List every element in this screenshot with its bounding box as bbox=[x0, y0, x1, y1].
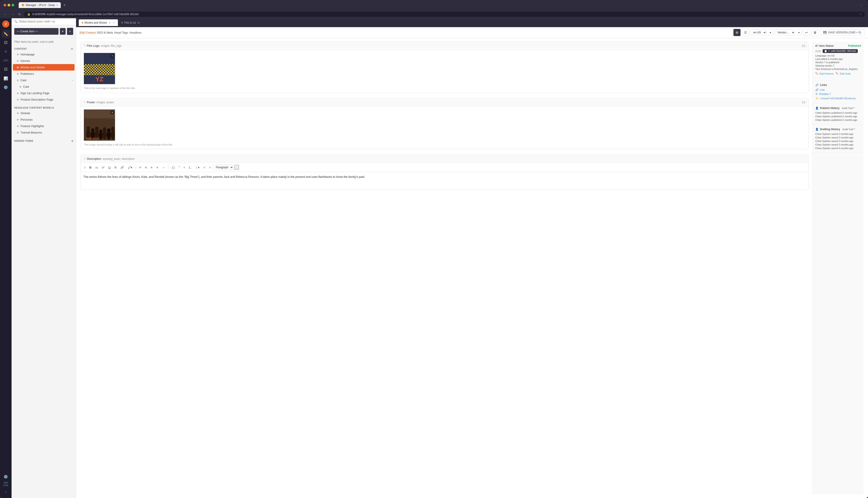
wysiwyg-align-left-button[interactable]: ≡ bbox=[138, 165, 143, 170]
live-link[interactable]: 🔗 Live bbox=[815, 88, 861, 91]
hidden-items-collapse-icon[interactable]: ◀ bbox=[71, 139, 73, 142]
nav-item-product[interactable]: Product Description Page bbox=[12, 96, 76, 103]
nav-item-signup[interactable]: Sign Up Landing Page bbox=[12, 90, 76, 96]
icon-code-button[interactable]: </> bbox=[2, 56, 10, 65]
wysiwyg-format-select[interactable]: Paragraph Heading 1 Heading 2 bbox=[213, 165, 233, 170]
wysiwyg-bold-button[interactable]: B bbox=[88, 165, 93, 170]
edit-schema-link[interactable]: ✏️ Edit Schema bbox=[815, 72, 833, 75]
wysiwyg-color-button[interactable]: 🖊▾ bbox=[126, 165, 134, 170]
nav-filter-input[interactable] bbox=[14, 40, 73, 43]
wysiwyg-content[interactable]: The series follows the lives of siblings… bbox=[81, 172, 809, 190]
nav-filter[interactable] bbox=[12, 38, 76, 45]
maximize-window-button[interactable] bbox=[12, 4, 14, 6]
wysiwyg-horizontal-rule-button[interactable]: ↔ bbox=[161, 165, 166, 170]
nav-item-homepage[interactable]: Homepage bbox=[12, 51, 76, 58]
wysiwyg-bullet-list-button[interactable]: • bbox=[182, 165, 186, 170]
wysiwyg-underline-button[interactable]: U bbox=[107, 165, 112, 170]
create-item-button[interactable]: — Create Item — bbox=[14, 28, 58, 35]
content-section-icon[interactable]: ⊞ bbox=[71, 47, 73, 50]
tab-close-button[interactable]: ✕ bbox=[113, 22, 115, 24]
browser-back-button[interactable]: ← bbox=[3, 12, 8, 17]
language-dropdown-button[interactable]: ▾ bbox=[768, 30, 773, 36]
nav-item-cast-child[interactable]: Cast bbox=[12, 83, 76, 90]
tab-page-icon: 🧡 bbox=[21, 4, 25, 7]
icon-edit-button[interactable]: ✏️ bbox=[2, 30, 10, 38]
browser-tab-active[interactable]: 🧡 Manager - ZFLIX - Zesty ✕ bbox=[19, 2, 61, 8]
nav-item-movies-and-shows[interactable]: Movies and Shows bbox=[13, 64, 75, 70]
wysiwyg-italic-button[interactable]: I bbox=[83, 165, 87, 170]
language-select[interactable]: en-US bbox=[750, 29, 766, 36]
head-tags-tab[interactable]: Head Tags bbox=[114, 31, 128, 34]
headless-tab[interactable]: Headless bbox=[130, 31, 142, 34]
address-bar[interactable]: 🔒 8-82f8f3fff6-4zq0d0.manager.zesty.io/c… bbox=[24, 12, 865, 17]
version-dropdown-button[interactable]: ▾ bbox=[796, 30, 802, 36]
wysiwyg-code-button[interactable]: { } bbox=[170, 165, 176, 170]
desc-help-icon[interactable]: ? bbox=[84, 157, 85, 160]
icon-media-button[interactable]: 🖼 bbox=[2, 39, 10, 47]
toolbar-history-button[interactable]: ↩ bbox=[803, 29, 810, 36]
icon-settings-button[interactable]: ⚙️ bbox=[2, 83, 10, 91]
view-list-button[interactable]: ☰ bbox=[742, 29, 749, 36]
field-help-icon[interactable]: ? bbox=[84, 44, 85, 48]
global-search-bar[interactable]: 🔍 bbox=[12, 18, 76, 25]
create-item-dropdown-button[interactable]: ▾ bbox=[60, 28, 66, 35]
icon-expand-button[interactable]: › bbox=[2, 488, 10, 496]
nav-item-feature-highlights[interactable]: Feature Highlights bbox=[12, 123, 76, 129]
new-tab-button[interactable]: + bbox=[62, 3, 68, 8]
cast-expand-icon[interactable]: ▾ bbox=[72, 79, 73, 81]
create-item-add-button[interactable]: + bbox=[67, 28, 73, 35]
film-logo-image[interactable]: YZ bbox=[84, 53, 115, 84]
film-logo-remove-button[interactable]: ✕ bbox=[110, 54, 114, 58]
wysiwyg-blockquote-button[interactable]: " bbox=[177, 165, 181, 170]
icon-content-button[interactable]: ≡ bbox=[2, 48, 10, 56]
save-version-button[interactable]: 💾 SAVE VERSION (CMD + S) bbox=[820, 29, 865, 36]
json-link[interactable]: ⚡ /-/instant/7-e0b7dbd385-902xbh.json bbox=[815, 97, 861, 100]
browser-tab-close[interactable]: ✕ bbox=[56, 4, 58, 6]
close-window-button[interactable] bbox=[3, 4, 6, 6]
wysiwyg-align-right-button[interactable]: ≡ bbox=[149, 165, 154, 170]
wysiwyg-ordered-list-button[interactable]: 1. bbox=[187, 165, 192, 170]
nav-item-personas[interactable]: Personas bbox=[12, 116, 76, 123]
view-grid-button[interactable]: ⊞ bbox=[733, 29, 740, 36]
global-search-input[interactable] bbox=[19, 20, 73, 23]
minimize-window-button[interactable] bbox=[8, 4, 10, 6]
wysiwyg-strike-button[interactable]: S bbox=[113, 165, 118, 170]
icon-analytics-button[interactable]: 📊 bbox=[2, 74, 10, 82]
nav-item-cast-parent[interactable]: Cast ▾ bbox=[12, 77, 76, 83]
poster-help-icon[interactable]: ? bbox=[84, 101, 85, 104]
wysiwyg-align-center-button[interactable]: ≡ bbox=[144, 165, 148, 170]
Zuid-value[interactable]: 📋 7-e0b7dbd385-902xbh bbox=[823, 49, 858, 53]
version-select[interactable]: Version ... bbox=[775, 29, 795, 36]
icon-schema-button[interactable]: 🖼 bbox=[2, 65, 10, 74]
preview-link[interactable]: 👁 Preview 7 bbox=[815, 93, 861, 96]
wysiwyg-justify-button[interactable]: ≡ bbox=[155, 165, 160, 170]
edit-content-tab[interactable]: Edit Content bbox=[80, 31, 96, 34]
wysiwyg-subscript-button[interactable]: x₂ bbox=[94, 165, 100, 170]
browser-refresh-button[interactable]: ↻ bbox=[17, 12, 22, 17]
poster-remove-button[interactable]: ✕ bbox=[110, 110, 114, 114]
nav-item-globals[interactable]: Globals bbox=[12, 110, 76, 116]
browser-menu-button[interactable]: ⋮ bbox=[858, 3, 865, 8]
wysiwyg-indent-out-button[interactable]: < bbox=[202, 165, 207, 170]
seo-meta-tab[interactable]: SEO & Meta bbox=[97, 31, 113, 34]
browser-forward-button[interactable]: → bbox=[10, 12, 15, 17]
tab-movies-and-shows[interactable]: Movies and Shows ⚙ ✕ bbox=[79, 19, 118, 26]
wysiwyg-superscript-button[interactable]: x² bbox=[101, 165, 106, 170]
tab-2-settings-icon[interactable]: ⚙ bbox=[138, 22, 140, 24]
wysiwyg-list-options-button[interactable]: ⋮▾ bbox=[193, 165, 201, 170]
nav-item-tutorial-beacons[interactable]: Tutorial Beacons bbox=[12, 129, 76, 136]
toolbar-delete-button[interactable]: 🗑 bbox=[812, 29, 819, 36]
nav-item-genres[interactable]: Genres bbox=[12, 58, 76, 64]
tab-thiz-iz-uz[interactable]: Thiz Iz Uz ⚙ bbox=[118, 19, 143, 26]
edit-code-link[interactable]: ✏️ Edit Code bbox=[836, 72, 851, 75]
tab-settings-icon[interactable]: ⚙ bbox=[109, 22, 111, 24]
code-icon: ✏️ bbox=[836, 72, 839, 75]
icon-instance-button[interactable]: ⚙️ bbox=[2, 473, 10, 481]
bookmark-icon[interactable]: ☆ bbox=[859, 13, 862, 16]
wysiwyg-indent-in-button[interactable]: > bbox=[208, 165, 213, 170]
wysiwyg-link-button[interactable]: 🔗 bbox=[119, 165, 125, 170]
nav-item-publishers[interactable]: Publishers bbox=[12, 70, 76, 77]
poster-image[interactable]: THIZ IZ UZ bbox=[84, 109, 115, 141]
wysiwyg-more-button[interactable]: … bbox=[235, 165, 239, 170]
field-poster-label: ? Poster images: poster bbox=[84, 101, 114, 104]
